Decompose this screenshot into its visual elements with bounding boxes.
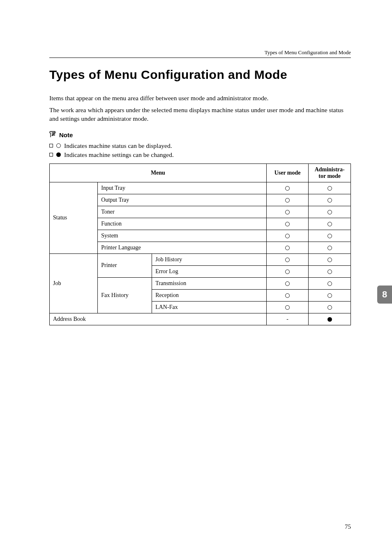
table-cell <box>309 253 351 265</box>
table-cell <box>266 182 309 194</box>
fax-transmission: Transmission <box>152 277 267 289</box>
menu-mode-table: Menu User mode Administra- tor mode Stat… <box>49 164 351 325</box>
status-group: Status <box>50 182 98 253</box>
square-bullet-icon <box>49 144 53 147</box>
table-cell <box>266 265 309 277</box>
open-circle-icon <box>285 293 290 298</box>
table-cell <box>266 230 309 242</box>
status-printer-language: Printer Language <box>98 242 267 253</box>
open-circle-icon <box>285 186 290 191</box>
address-book-row: Address Book <box>50 313 267 325</box>
intro-paragraph-1: Items that appear on the menu area diffe… <box>49 94 351 103</box>
open-circle-icon <box>285 305 290 310</box>
table-cell <box>309 194 351 206</box>
status-function: Function <box>98 218 267 230</box>
job-error-log: Error Log <box>152 265 267 277</box>
note-icon <box>49 131 57 140</box>
table-cell <box>309 242 351 253</box>
chapter-tab: 8 <box>377 286 392 304</box>
square-bullet-icon <box>49 153 53 157</box>
table-cell <box>266 242 309 253</box>
open-circle-icon <box>327 210 332 214</box>
table-cell <box>266 194 309 206</box>
note-bullet-2: Indicates machine settings can be change… <box>49 151 351 159</box>
admin-mode-header: Administra- tor mode <box>309 164 351 182</box>
open-circle-icon <box>327 269 332 274</box>
fax-lanfax: LAN-Fax <box>152 301 267 313</box>
open-circle-icon <box>327 186 332 191</box>
filled-circle-icon <box>56 152 61 157</box>
fax-reception: Reception <box>152 289 267 301</box>
open-circle-icon <box>327 305 332 310</box>
open-circle-icon <box>327 198 332 203</box>
table-cell <box>309 218 351 230</box>
table-cell <box>266 253 309 265</box>
note-bullet-2-text: Indicates machine settings can be change… <box>64 151 174 159</box>
open-circle-icon <box>285 246 290 250</box>
open-circle-icon <box>285 234 290 238</box>
table-cell <box>309 313 351 325</box>
page-number: 75 <box>345 523 351 530</box>
note-heading: Note <box>49 131 351 140</box>
table-cell <box>266 289 309 301</box>
table-cell: - <box>266 313 309 325</box>
table-cell <box>266 277 309 289</box>
table-cell <box>309 265 351 277</box>
running-header: Types of Menu Configuration and Mode <box>49 49 351 58</box>
filled-circle-icon <box>327 317 332 322</box>
open-circle-icon <box>285 269 290 274</box>
open-circle-icon <box>327 222 332 226</box>
job-group: Job <box>50 253 98 313</box>
note-bullet-1-text: Indicates machine status can be displaye… <box>64 142 172 150</box>
menu-header: Menu <box>50 164 267 182</box>
table-cell <box>309 289 351 301</box>
table-cell <box>309 206 351 218</box>
open-circle-icon <box>327 246 332 250</box>
page-title: Types of Menu Configuration and Mode <box>49 68 351 82</box>
status-system: System <box>98 230 267 242</box>
open-circle-icon <box>327 258 332 262</box>
status-input-tray: Input Tray <box>98 182 267 194</box>
table-cell <box>266 301 309 313</box>
open-circle-icon <box>285 210 290 214</box>
table-cell <box>266 206 309 218</box>
status-toner: Toner <box>98 206 267 218</box>
job-fax-history-group: Fax History <box>98 277 152 313</box>
open-circle-icon <box>285 222 290 226</box>
open-circle-icon <box>327 293 332 298</box>
job-history: Job History <box>152 253 267 265</box>
open-circle-icon <box>285 198 290 203</box>
job-printer-group: Printer <box>98 253 152 277</box>
open-circle-icon <box>327 234 332 238</box>
table-cell <box>266 218 309 230</box>
open-circle-icon <box>285 281 290 286</box>
open-circle-icon <box>56 143 61 148</box>
open-circle-icon <box>285 258 290 262</box>
note-bullet-1: Indicates machine status can be displaye… <box>49 142 351 150</box>
status-output-tray: Output Tray <box>98 194 267 206</box>
open-circle-icon <box>327 281 332 286</box>
user-mode-header: User mode <box>266 164 309 182</box>
note-label: Note <box>59 131 73 138</box>
table-cell <box>309 301 351 313</box>
table-cell <box>309 277 351 289</box>
intro-paragraph-2: The work area which appears under the se… <box>49 106 351 123</box>
table-cell <box>309 182 351 194</box>
table-cell <box>309 230 351 242</box>
